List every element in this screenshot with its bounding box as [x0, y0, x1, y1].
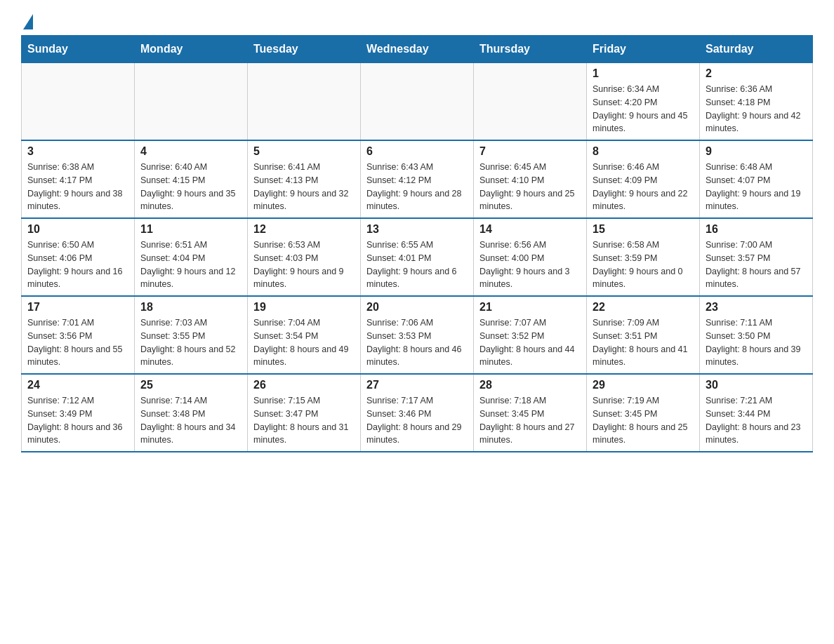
day-info: Sunrise: 7:01 AMSunset: 3:56 PMDaylight:…: [27, 316, 128, 369]
calendar-week-row: 17Sunrise: 7:01 AMSunset: 3:56 PMDayligh…: [22, 296, 813, 374]
day-number: 10: [27, 223, 128, 236]
day-number: 15: [593, 223, 694, 236]
day-info: Sunrise: 6:38 AMSunset: 4:17 PMDaylight:…: [27, 161, 128, 213]
day-number: 25: [140, 379, 241, 391]
calendar-cell: 12Sunrise: 6:53 AMSunset: 4:03 PMDayligh…: [248, 218, 361, 296]
calendar-cell: 27Sunrise: 7:17 AMSunset: 3:46 PMDayligh…: [361, 374, 474, 452]
day-number: 9: [706, 145, 807, 158]
weekday-header-tuesday: Tuesday: [248, 36, 361, 63]
day-info: Sunrise: 7:11 AMSunset: 3:50 PMDaylight:…: [706, 316, 807, 369]
calendar-cell: [135, 63, 248, 141]
day-info: Sunrise: 6:48 AMSunset: 4:07 PMDaylight:…: [706, 161, 807, 213]
day-info: Sunrise: 6:41 AMSunset: 4:13 PMDaylight:…: [253, 161, 355, 213]
day-number: 5: [253, 145, 355, 158]
day-number: 3: [27, 145, 128, 158]
calendar-cell: 25Sunrise: 7:14 AMSunset: 3:48 PMDayligh…: [135, 374, 248, 452]
weekday-header-wednesday: Wednesday: [361, 36, 474, 63]
calendar-cell: 14Sunrise: 6:56 AMSunset: 4:00 PMDayligh…: [474, 218, 587, 296]
day-info: Sunrise: 6:36 AMSunset: 4:18 PMDaylight:…: [706, 83, 807, 135]
day-info: Sunrise: 7:14 AMSunset: 3:48 PMDaylight:…: [140, 394, 241, 447]
calendar-cell: 6Sunrise: 6:43 AMSunset: 4:12 PMDaylight…: [361, 140, 474, 218]
day-number: 22: [593, 301, 694, 314]
day-number: 1: [593, 67, 694, 80]
day-info: Sunrise: 7:17 AMSunset: 3:46 PMDaylight:…: [366, 394, 468, 447]
day-number: 6: [366, 145, 468, 158]
day-info: Sunrise: 6:50 AMSunset: 4:06 PMDaylight:…: [27, 239, 128, 291]
calendar-cell: 11Sunrise: 6:51 AMSunset: 4:04 PMDayligh…: [135, 218, 248, 296]
day-info: Sunrise: 7:18 AMSunset: 3:45 PMDaylight:…: [479, 394, 581, 447]
day-info: Sunrise: 6:43 AMSunset: 4:12 PMDaylight:…: [366, 161, 468, 213]
day-number: 2: [706, 67, 807, 80]
day-info: Sunrise: 7:03 AMSunset: 3:55 PMDaylight:…: [140, 316, 241, 369]
calendar-week-row: 1Sunrise: 6:34 AMSunset: 4:20 PMDaylight…: [22, 63, 813, 141]
day-info: Sunrise: 6:40 AMSunset: 4:15 PMDaylight:…: [140, 161, 241, 213]
calendar-cell: 15Sunrise: 6:58 AMSunset: 3:59 PMDayligh…: [587, 218, 700, 296]
day-info: Sunrise: 6:55 AMSunset: 4:01 PMDaylight:…: [366, 239, 468, 291]
calendar-cell: [22, 63, 135, 141]
calendar-cell: 26Sunrise: 7:15 AMSunset: 3:47 PMDayligh…: [248, 374, 361, 452]
calendar-week-row: 3Sunrise: 6:38 AMSunset: 4:17 PMDaylight…: [22, 140, 813, 218]
day-number: 13: [366, 223, 468, 236]
calendar-header-row: SundayMondayTuesdayWednesdayThursdayFrid…: [22, 36, 813, 63]
calendar-cell: 21Sunrise: 7:07 AMSunset: 3:52 PMDayligh…: [474, 296, 587, 374]
day-number: 17: [27, 301, 128, 314]
calendar-cell: 23Sunrise: 7:11 AMSunset: 3:50 PMDayligh…: [700, 296, 813, 374]
calendar-cell: 5Sunrise: 6:41 AMSunset: 4:13 PMDaylight…: [248, 140, 361, 218]
day-info: Sunrise: 6:34 AMSunset: 4:20 PMDaylight:…: [593, 83, 694, 135]
calendar-cell: 29Sunrise: 7:19 AMSunset: 3:45 PMDayligh…: [587, 374, 700, 452]
day-info: Sunrise: 7:19 AMSunset: 3:45 PMDaylight:…: [593, 394, 694, 447]
logo-triangle-icon: [23, 14, 33, 29]
calendar-cell: 9Sunrise: 6:48 AMSunset: 4:07 PMDaylight…: [700, 140, 813, 218]
day-info: Sunrise: 7:04 AMSunset: 3:54 PMDaylight:…: [253, 316, 355, 369]
calendar-cell: 16Sunrise: 7:00 AMSunset: 3:57 PMDayligh…: [700, 218, 813, 296]
day-number: 29: [593, 379, 694, 391]
day-number: 26: [253, 379, 355, 391]
calendar-cell: [361, 63, 474, 141]
day-info: Sunrise: 6:46 AMSunset: 4:09 PMDaylight:…: [593, 161, 694, 213]
calendar-cell: 28Sunrise: 7:18 AMSunset: 3:45 PMDayligh…: [474, 374, 587, 452]
calendar-cell: 17Sunrise: 7:01 AMSunset: 3:56 PMDayligh…: [22, 296, 135, 374]
calendar-cell: 4Sunrise: 6:40 AMSunset: 4:15 PMDaylight…: [135, 140, 248, 218]
day-number: 18: [140, 301, 241, 314]
calendar-cell: [248, 63, 361, 141]
day-info: Sunrise: 6:45 AMSunset: 4:10 PMDaylight:…: [479, 161, 581, 213]
day-info: Sunrise: 7:00 AMSunset: 3:57 PMDaylight:…: [706, 239, 807, 291]
day-number: 20: [366, 301, 468, 314]
day-number: 16: [706, 223, 807, 236]
calendar-cell: 19Sunrise: 7:04 AMSunset: 3:54 PMDayligh…: [248, 296, 361, 374]
day-number: 30: [706, 379, 807, 391]
day-number: 4: [140, 145, 241, 158]
calendar-week-row: 24Sunrise: 7:12 AMSunset: 3:49 PMDayligh…: [22, 374, 813, 452]
day-info: Sunrise: 6:53 AMSunset: 4:03 PMDaylight:…: [253, 239, 355, 291]
day-info: Sunrise: 6:56 AMSunset: 4:00 PMDaylight:…: [479, 239, 581, 291]
calendar-cell: [474, 63, 587, 141]
day-number: 28: [479, 379, 581, 391]
weekday-header-friday: Friday: [587, 36, 700, 63]
day-number: 8: [593, 145, 694, 158]
calendar-cell: 3Sunrise: 6:38 AMSunset: 4:17 PMDaylight…: [22, 140, 135, 218]
day-info: Sunrise: 7:07 AMSunset: 3:52 PMDaylight:…: [479, 316, 581, 369]
day-info: Sunrise: 6:58 AMSunset: 3:59 PMDaylight:…: [593, 239, 694, 291]
weekday-header-saturday: Saturday: [700, 36, 813, 63]
calendar-cell: 10Sunrise: 6:50 AMSunset: 4:06 PMDayligh…: [22, 218, 135, 296]
calendar-week-row: 10Sunrise: 6:50 AMSunset: 4:06 PMDayligh…: [22, 218, 813, 296]
calendar-cell: 7Sunrise: 6:45 AMSunset: 4:10 PMDaylight…: [474, 140, 587, 218]
day-number: 27: [366, 379, 468, 391]
calendar-cell: 24Sunrise: 7:12 AMSunset: 3:49 PMDayligh…: [22, 374, 135, 452]
day-info: Sunrise: 6:51 AMSunset: 4:04 PMDaylight:…: [140, 239, 241, 291]
calendar-cell: 22Sunrise: 7:09 AMSunset: 3:51 PMDayligh…: [587, 296, 700, 374]
day-info: Sunrise: 7:21 AMSunset: 3:44 PMDaylight:…: [706, 394, 807, 447]
weekday-header-thursday: Thursday: [474, 36, 587, 63]
day-number: 14: [479, 223, 581, 236]
calendar-cell: 2Sunrise: 6:36 AMSunset: 4:18 PMDaylight…: [700, 63, 813, 141]
day-number: 11: [140, 223, 241, 236]
day-number: 19: [253, 301, 355, 314]
calendar-cell: 20Sunrise: 7:06 AMSunset: 3:53 PMDayligh…: [361, 296, 474, 374]
day-number: 21: [479, 301, 581, 314]
day-number: 24: [27, 379, 128, 391]
day-number: 23: [706, 301, 807, 314]
calendar-cell: 30Sunrise: 7:21 AMSunset: 3:44 PMDayligh…: [700, 374, 813, 452]
day-number: 12: [253, 223, 355, 236]
logo: [21, 14, 33, 28]
calendar-cell: 8Sunrise: 6:46 AMSunset: 4:09 PMDaylight…: [587, 140, 700, 218]
